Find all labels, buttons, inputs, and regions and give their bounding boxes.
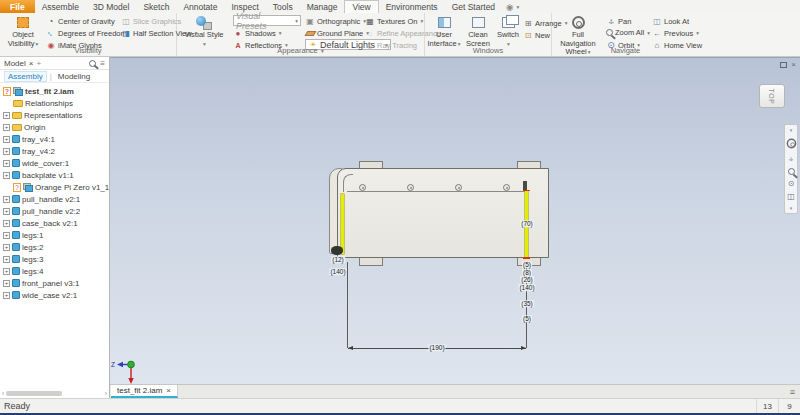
orbit-icon[interactable]: ⊙ [788,179,795,188]
viewport[interactable]: × TOP ▾ ↔↕ ⊙ ◫ ▾ [110,57,800,384]
expander-icon[interactable]: + [3,268,10,275]
scroll-right-icon[interactable]: › [105,390,107,397]
tab-get-started[interactable]: Get Started [445,0,502,13]
part-inner-edge [347,191,527,192]
navbar-collapse-icon[interactable]: ▾ [790,127,793,133]
degrees-of-freedom-button[interactable]: ↔ Degrees of Freedom [46,28,127,38]
browser-title[interactable]: Model [4,59,26,68]
tree-item-tray-v4-1[interactable]: + tray_v4:1 [0,133,109,145]
tab-3d-model[interactable]: 3D Model [86,0,136,13]
tree-item-pull-handle-2[interactable]: + pull_handle v2:2 [0,205,109,217]
viewcube[interactable]: TOP [759,84,785,108]
panel-label-appearance[interactable]: Appearance ▾ [177,46,424,55]
tree-item-orange-pi-zero[interactable]: ? Orange Pi Zero v1_1 - Ensam [0,181,109,193]
tree-item-legs-3[interactable]: + legs:3 [0,253,109,265]
tree-item-origin[interactable]: + Origin [0,121,109,133]
restore-window-icon[interactable] [780,62,787,68]
search-icon[interactable] [89,60,96,67]
zoom-icon[interactable] [788,168,795,175]
browser-menu-icon[interactable]: ≡ [100,59,105,68]
look-at-button[interactable]: ◫ Look At [652,16,689,26]
expander-icon[interactable]: + [3,172,10,179]
browser-tab-assembly[interactable]: Assembly [4,71,47,82]
expander-icon[interactable]: + [3,136,10,143]
tree-item-root[interactable]: ? test_fit 2.iam [0,85,109,97]
tree-item-backplate[interactable]: + backplate v1:1 [0,169,109,181]
tree-item-legs-2[interactable]: + legs:2 [0,241,109,253]
look-at-icon[interactable]: ◫ [787,192,795,201]
tree-item-front-panel[interactable]: + front_panel v3:1 [0,277,109,289]
new-window-button[interactable]: ⊡ New [523,30,550,40]
visual-style-button[interactable]: Visual Style ▾ [180,14,228,48]
part-icon [12,171,20,179]
part-body[interactable] [337,168,549,258]
navigation-wheel-icon[interactable] [786,139,796,149]
tab-assemble[interactable]: Assemble [35,0,86,13]
object-visibility-button[interactable]: Object Visibility▾ [2,14,44,48]
expander-icon[interactable]: + [3,280,10,287]
expander-icon[interactable]: + [3,112,10,119]
document-window-controls: × [780,60,796,69]
browser-add-tab-button[interactable]: + [36,59,41,68]
scroll-left-icon[interactable]: ‹ [2,390,4,397]
navbar-more-icon[interactable]: ▾ [790,205,793,211]
browser-h-scrollbar[interactable]: ‹ › [0,389,109,398]
expander-icon[interactable]: + [3,124,10,131]
close-tab-icon[interactable]: × [166,386,171,395]
tabbar-menu-icon[interactable]: ≡ [790,387,795,397]
tree-item-tray-v4-2[interactable]: + tray_v4:2 [0,145,109,157]
tree-item-pull-handle-1[interactable]: + pull_handle v2:1 [0,193,109,205]
tree-item-legs-4[interactable]: + legs:4 [0,265,109,277]
scroll-thumb[interactable] [6,391,62,396]
user-interface-button[interactable]: User Interface▾ [427,14,461,48]
orthographic-button[interactable]: ▣ Orthographic ▾ [305,16,366,26]
tab-manage[interactable]: Manage [300,0,345,13]
axis-triad: Z X [111,354,145,384]
ground-plane-button[interactable]: Ground Plane ▾ [305,28,369,38]
part-icon [12,255,20,263]
expander-icon[interactable]: + [3,256,10,263]
highlighted-edge-left[interactable] [341,194,344,254]
tab-sketch[interactable]: Sketch [136,0,176,13]
tree-item-wide-cover[interactable]: + wide_cover:1 [0,157,109,169]
expander-icon[interactable]: + [3,148,10,155]
tab-environments[interactable]: Environments [379,0,445,13]
expander-icon[interactable]: + [3,232,10,239]
tree-item-representations[interactable]: + Representations [0,109,109,121]
browser-tab-modeling[interactable]: Modeling [55,72,93,81]
dropdown-icon: ▾ [696,30,699,36]
expander-icon[interactable]: + [3,292,10,299]
expander-icon[interactable]: + [3,196,10,203]
zoom-all-button[interactable]: Zoom All ▾ [606,28,650,37]
expander-icon[interactable]: + [3,160,10,167]
pan-button[interactable]: ↔↕ Pan [606,16,631,26]
tree-item-legs-1[interactable]: + legs:1 [0,229,109,241]
document-tab-active[interactable]: test_fit 2.iam × [111,385,178,398]
center-of-gravity-button[interactable]: ◔ Center of Gravity [46,16,115,26]
pan-hand-icon[interactable]: ↔↕ [787,155,795,163]
close-window-icon[interactable]: × [791,60,796,69]
screw-hole [407,184,414,191]
clean-screen-button[interactable]: Clean Screen [463,14,493,48]
textures-on-icon: ▦ [365,16,375,26]
axis-z-label: Z [111,361,115,368]
tree-item-wide-case[interactable]: + wide_case v2:1 [0,289,109,301]
center-of-gravity-icon: ◔ [46,16,56,26]
model-tree: ? test_fit 2.iam Relationships + Represe… [0,83,109,389]
expander-icon[interactable]: + [3,244,10,251]
expander-icon[interactable]: + [3,208,10,215]
tree-item-case-back[interactable]: + case_back v2:1 [0,217,109,229]
visual-presets-dropdown[interactable]: Visual Presets ▾ [233,15,301,26]
browser-close-icon[interactable]: × [29,59,34,68]
tab-view[interactable]: View [344,0,378,13]
switch-window-button[interactable]: Switch ▾ [495,14,521,48]
textures-on-button[interactable]: ▦ Textures On ▾ [365,16,423,26]
shadows-button[interactable]: ● Shadows ▾ [233,28,282,38]
tab-annotate[interactable]: Annotate [176,0,224,13]
expander-icon[interactable]: + [3,220,10,227]
inventor-window: File Assemble 3D Model Sketch Annotate I… [0,0,800,415]
previous-view-button[interactable]: ← Previous ▾ [652,28,699,38]
ribbon-extra-button[interactable]: ◉ ▾ [506,0,519,13]
tab-file[interactable]: File [0,0,35,13]
tree-item-relationships[interactable]: Relationships [0,97,109,109]
